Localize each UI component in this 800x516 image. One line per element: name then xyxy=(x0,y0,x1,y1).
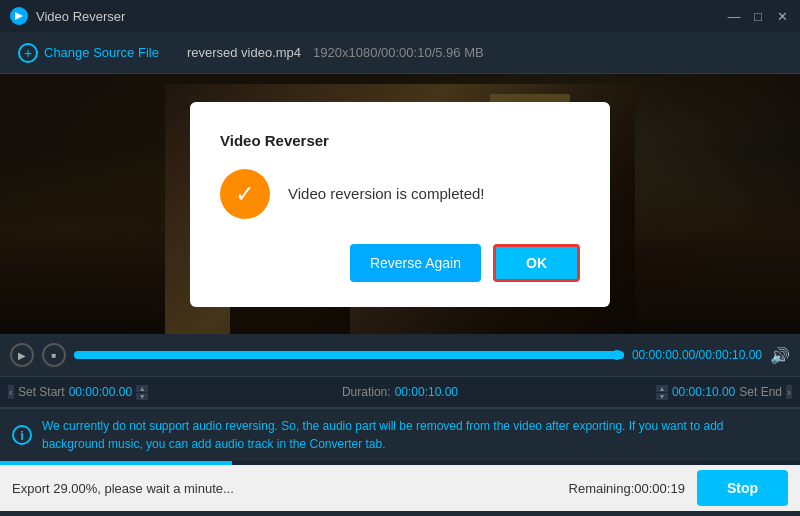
completion-dialog: Video Reverser ✓ Video reversion is comp… xyxy=(190,102,610,307)
start-spinner: ▲ ▼ xyxy=(136,385,148,400)
set-end-section: ▲ ▼ 00:00:10.00 Set End › xyxy=(531,385,792,400)
ok-button[interactable]: OK xyxy=(493,244,580,282)
timeline-handle xyxy=(612,350,622,360)
reverse-again-button[interactable]: Reverse Again xyxy=(350,244,481,282)
time-display: 00:00:00.00/00:00:10.00 xyxy=(632,348,762,362)
app-icon xyxy=(10,7,28,25)
file-info: reversed video.mp4 1920x1080/00:00:10/5.… xyxy=(187,45,484,60)
duration-label: Duration: xyxy=(342,385,391,399)
maximize-button[interactable]: □ xyxy=(750,8,766,24)
info-text: We currently do not support audio revers… xyxy=(42,417,788,453)
close-button[interactable]: ✕ xyxy=(774,8,790,24)
title-controls: — □ ✕ xyxy=(726,8,790,24)
svg-marker-0 xyxy=(15,12,23,20)
add-icon: + xyxy=(18,43,38,63)
set-end-label: Set End xyxy=(739,385,782,399)
title-bar: Video Reverser — □ ✕ xyxy=(0,0,800,32)
dialog-content: ✓ Video reversion is completed! xyxy=(220,169,580,219)
duration-value: 00:00:10.00 xyxy=(395,385,458,399)
success-icon: ✓ xyxy=(220,169,270,219)
minimize-button[interactable]: — xyxy=(726,8,742,24)
export-progress-text: Export 29.00%, please wait a minute... xyxy=(12,481,569,496)
set-start-label: Set Start xyxy=(18,385,65,399)
toolbar: + Change Source File reversed video.mp4 … xyxy=(0,32,800,74)
footer: Export 29.00%, please wait a minute... R… xyxy=(0,465,800,511)
dialog-message: Video reversion is completed! xyxy=(288,185,485,202)
checkmark-icon: ✓ xyxy=(235,180,255,208)
controls-bar: ▶ ■ 00:00:00.00/00:00:10.00 🔊 xyxy=(0,334,800,376)
set-start-section: ‹ Set Start 00:00:00.00 ▲ ▼ xyxy=(8,385,269,400)
timeline-slider[interactable] xyxy=(74,351,624,359)
title-text: Video Reverser xyxy=(36,9,125,24)
duration-section: Duration: 00:00:10.00 xyxy=(269,385,530,399)
volume-icon[interactable]: 🔊 xyxy=(770,346,790,365)
timeline-fill xyxy=(74,351,624,359)
dialog-title: Video Reverser xyxy=(220,132,580,149)
stop-button[interactable]: Stop xyxy=(697,470,788,506)
stop-small-button[interactable]: ■ xyxy=(42,343,66,367)
progress-bar-area xyxy=(0,461,800,465)
end-up-btn[interactable]: ▲ xyxy=(656,385,668,392)
play-button[interactable]: ▶ xyxy=(10,343,34,367)
info-icon: i xyxy=(12,425,32,445)
set-start-left-arrow[interactable]: ‹ xyxy=(8,385,14,399)
file-meta: 1920x1080/00:00:10/5.96 MB xyxy=(313,45,484,60)
end-spinner: ▲ ▼ xyxy=(656,385,668,400)
set-end-right-arrow[interactable]: › xyxy=(786,385,792,399)
end-down-btn[interactable]: ▼ xyxy=(656,393,668,400)
dialog-overlay: Video Reverser ✓ Video reversion is comp… xyxy=(0,74,800,334)
change-source-label: Change Source File xyxy=(44,45,159,60)
title-left: Video Reverser xyxy=(10,7,125,25)
end-value: 00:00:10.00 xyxy=(672,385,735,399)
file-name: reversed video.mp4 xyxy=(187,45,301,60)
dialog-buttons: Reverse Again OK xyxy=(220,244,580,282)
video-area: Video Reverser ✓ Video reversion is comp… xyxy=(0,74,800,334)
start-down-btn[interactable]: ▼ xyxy=(136,393,148,400)
change-source-button[interactable]: + Change Source File xyxy=(10,37,167,69)
remaining-text: Remaining:00:00:19 xyxy=(569,481,685,496)
progress-fill xyxy=(0,461,232,465)
info-bar: i We currently do not support audio reve… xyxy=(0,408,800,461)
timeline-settings: ‹ Set Start 00:00:00.00 ▲ ▼ Duration: 00… xyxy=(0,376,800,408)
start-value: 00:00:00.00 xyxy=(69,385,132,399)
start-up-btn[interactable]: ▲ xyxy=(136,385,148,392)
